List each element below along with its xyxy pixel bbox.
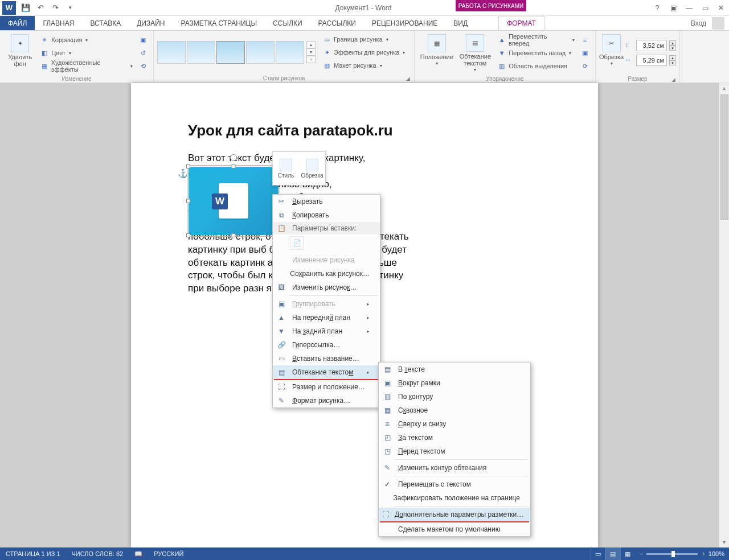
group-objects-button[interactable]: ▣ (578, 47, 592, 59)
ctx-change-picture[interactable]: 🖼Изменить рисунок… (273, 281, 380, 294)
tab-file[interactable]: ФАЙЛ (0, 16, 35, 30)
avatar-icon[interactable] (712, 17, 724, 30)
view-web-layout[interactable]: ▦ (620, 547, 635, 560)
position-button[interactable]: ▦ Положение ▾ (418, 33, 456, 73)
wrap-infront[interactable]: ◳Перед текстом (379, 444, 530, 458)
close-button[interactable]: ✕ (713, 1, 729, 15)
tab-review[interactable]: РЕЦЕНЗИРОВАНИЕ (364, 16, 445, 30)
wrap-fix-position[interactable]: Зафиксировать положение на странице (379, 491, 530, 505)
height-down[interactable]: ▼ (669, 46, 676, 51)
height-up[interactable]: ▲ (669, 40, 676, 46)
wrap-move-with-text[interactable]: ✓Перемещать с текстом (379, 477, 530, 491)
status-language[interactable]: РУССКИЙ (148, 547, 189, 560)
height-field[interactable]: ↕ 3,52 см ▲▼ (625, 39, 676, 52)
undo-button[interactable]: ↶ (33, 1, 48, 15)
resize-handle[interactable] (186, 233, 190, 237)
reset-picture-button[interactable]: ⟲ (136, 60, 150, 72)
qat-customize-button[interactable]: ▾ (63, 1, 77, 15)
picture-style-tile[interactable] (187, 41, 215, 64)
picture-effects-button[interactable]: ✦Эффекты для рисунка▾ (320, 46, 407, 59)
ctx-cut[interactable]: ✂Вырезать (273, 195, 380, 208)
wrap-square[interactable]: ▣Вокруг рамки (379, 376, 530, 390)
ctx-copy[interactable]: ⧉Копировать (273, 208, 380, 222)
tab-view[interactable]: ВИД (445, 16, 476, 30)
wrap-more-layout[interactable]: ⛶Дополнительные параметры разметки… (379, 508, 530, 521)
resize-handle[interactable] (232, 233, 236, 237)
help-button[interactable]: ? (649, 1, 665, 15)
width-down[interactable]: ▼ (669, 60, 676, 65)
tab-layout[interactable]: РАЗМЕТКА СТРАНИЦЫ (173, 16, 265, 30)
picture-style-tile[interactable] (157, 41, 186, 64)
rotate-handle[interactable] (230, 154, 237, 161)
height-value[interactable]: 3,52 см (636, 40, 667, 51)
group-size-launcher[interactable]: ◢ (671, 77, 677, 83)
style-gallery-down[interactable]: ▼ (306, 48, 316, 56)
compress-pictures-button[interactable]: ▣ (136, 34, 150, 46)
status-word-count[interactable]: ЧИСЛО СЛОВ: 82 (66, 547, 129, 560)
ctx-hyperlink[interactable]: 🔗Гиперссылка… (273, 338, 380, 352)
redo-button[interactable]: ↷ (48, 1, 63, 15)
sign-in-link[interactable]: Вход (687, 19, 710, 27)
view-read-mode[interactable]: ▭ (591, 547, 605, 560)
zoom-in-button[interactable]: + (701, 550, 705, 557)
wrap-set-default[interactable]: Сделать макетом по умолчанию (379, 522, 530, 536)
status-proofing-icon[interactable]: 📖 (129, 547, 148, 560)
ctx-wrap-text[interactable]: ▤Обтекание текстом▸ (273, 365, 380, 379)
style-gallery-up[interactable]: ▲ (306, 41, 316, 48)
wrap-inline[interactable]: ▤В тексте (379, 363, 530, 376)
picture-style-gallery[interactable]: ▲ ▼ ≡ (157, 41, 316, 64)
resize-handle[interactable] (186, 199, 190, 203)
width-field[interactable]: ↔ 5,29 см ▲▼ (625, 54, 676, 67)
send-backward-button[interactable]: ▼Переместить назад▾ (495, 47, 577, 59)
picture-layout-button[interactable]: ▥Макет рисунка▾ (320, 59, 407, 72)
vertical-scrollbar[interactable]: ▲ ▼ (719, 83, 729, 547)
view-print-layout[interactable]: ▤ (605, 547, 620, 560)
ctx-insert-caption[interactable]: ▭Вставить название… (273, 352, 380, 365)
remove-bg-button[interactable]: ✦ Удалить фон (3, 33, 36, 73)
picture-style-tile[interactable] (246, 41, 275, 64)
tab-format[interactable]: ФОРМАТ (498, 16, 544, 30)
resize-handle[interactable] (232, 164, 236, 168)
resize-handle[interactable] (186, 164, 190, 168)
status-page[interactable]: СТРАНИЦА 1 ИЗ 1 (0, 547, 66, 560)
ctx-format-picture[interactable]: ✎Формат рисунка… (273, 394, 380, 407)
wrap-text-button[interactable]: ▤ Обтекание текстом ▾ (457, 33, 494, 73)
scroll-thumb[interactable] (720, 94, 728, 220)
style-gallery-more[interactable]: ≡ (306, 56, 316, 63)
maximize-button[interactable]: ▭ (697, 1, 713, 15)
picture-border-button[interactable]: ▭Граница рисунка▾ (320, 33, 407, 46)
page[interactable]: Урок для сайта paratapok.ru Вот этот тек… (131, 83, 598, 547)
zoom-thumb[interactable] (671, 551, 675, 557)
save-button[interactable]: 💾 (18, 1, 33, 15)
bring-forward-button[interactable]: ▲Переместить вперед▾ (495, 34, 577, 46)
wrap-through[interactable]: ▦Сквозное (379, 403, 530, 417)
selection-pane-button[interactable]: ▥Область выделения (495, 60, 577, 72)
ctx-size-position[interactable]: ⛶Размер и положение… (273, 380, 380, 394)
mini-style-button[interactable]: Стиль (273, 152, 299, 185)
corrections-button[interactable]: ☀Коррекция▾ (38, 34, 135, 46)
artistic-effects-button[interactable]: ▦Художественные эффекты▾ (38, 60, 135, 72)
tab-mailings[interactable]: РАССЫЛКИ (310, 16, 364, 30)
paste-option-1[interactable]: 📄 (290, 236, 304, 250)
width-value[interactable]: 5,29 см (636, 55, 667, 66)
wrap-behind[interactable]: ◰За текстом (379, 431, 530, 444)
zoom-out-button[interactable]: − (640, 550, 643, 557)
ctx-bring-front[interactable]: ▲На передний план▸ (273, 311, 380, 324)
ctx-save-as-picture[interactable]: Сохранить как рисунок… (273, 267, 380, 281)
tab-references[interactable]: ССЫЛКИ (265, 16, 310, 30)
group-styles-launcher[interactable]: ◢ (406, 76, 412, 81)
tab-insert[interactable]: ВСТАВКА (82, 16, 129, 30)
width-up[interactable]: ▲ (669, 55, 676, 60)
selected-image[interactable] (188, 166, 279, 236)
minimize-button[interactable]: — (681, 1, 697, 15)
picture-style-tile[interactable] (216, 41, 245, 64)
tab-design[interactable]: ДИЗАЙН (129, 16, 173, 30)
align-button[interactable]: ≡ (578, 34, 592, 46)
scroll-up-button[interactable]: ▲ (719, 83, 729, 93)
crop-button[interactable]: ✂ Обрезка ▾ (599, 33, 624, 73)
zoom-level[interactable]: 100% (708, 550, 724, 557)
color-button[interactable]: ◧Цвет▾ (38, 47, 135, 59)
ribbon-display-button[interactable]: ▣ (665, 1, 681, 15)
scroll-down-button[interactable]: ▼ (719, 537, 729, 547)
ctx-send-back[interactable]: ▼На задний план▸ (273, 324, 380, 338)
